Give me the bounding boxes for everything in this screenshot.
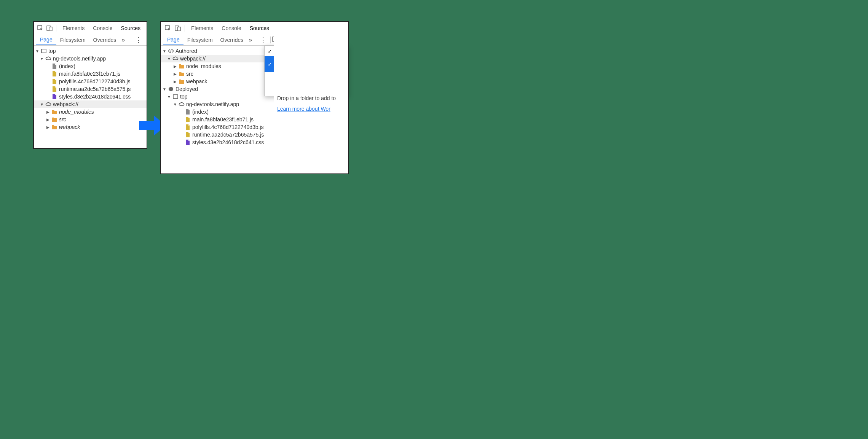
tree-label: webpack:// xyxy=(53,101,78,107)
disclosure-triangle-icon: ▼ xyxy=(167,95,171,99)
cloud-icon xyxy=(45,56,51,62)
file-icon xyxy=(51,63,57,69)
subtab-overrides[interactable]: Overrides xyxy=(89,35,120,45)
tab-elements[interactable]: Elements xyxy=(187,23,217,33)
devtools-panel-before: Elements Console Sources Page Filesystem… xyxy=(33,21,147,149)
folder-icon xyxy=(51,124,57,130)
tree-label: node_modules xyxy=(59,109,94,115)
code-icon xyxy=(168,48,174,54)
tree-node-file[interactable]: (index) xyxy=(34,62,147,70)
inspect-icon[interactable] xyxy=(163,24,172,33)
sources-tree: ▼ top ▼ ng-devtools.netlify.app (index) … xyxy=(34,46,147,148)
disclosure-triangle-icon: ▶ xyxy=(46,110,50,114)
inspect-icon[interactable] xyxy=(36,24,45,33)
svg-rect-3 xyxy=(41,49,46,53)
folder-icon xyxy=(179,63,185,69)
subtab-page[interactable]: Page xyxy=(163,35,183,45)
disclosure-triangle-icon: ▼ xyxy=(167,57,171,61)
chevron-right-icon[interactable]: » xyxy=(247,37,254,43)
file-icon xyxy=(51,78,57,84)
subtab-filesystem[interactable]: Filesystem xyxy=(183,35,217,45)
tree-label: ng-devtools.netlify.app xyxy=(53,56,106,62)
file-icon xyxy=(185,139,191,145)
tree-label: styles.d3e2b24618d2c641.css xyxy=(59,94,131,100)
disclosure-triangle-icon: ▼ xyxy=(40,57,44,61)
device-icon[interactable] xyxy=(173,24,182,33)
disclosure-triangle-icon: ▼ xyxy=(163,87,166,91)
subtab-page[interactable]: Page xyxy=(36,35,56,45)
folder-icon xyxy=(179,78,185,84)
tree-node-file[interactable]: polyfills.4c768d7122740d3b.js xyxy=(34,78,147,85)
disclosure-triangle-icon: ▶ xyxy=(173,80,177,84)
frame-icon xyxy=(172,94,179,100)
tree-label: src xyxy=(59,116,66,122)
disclosure-triangle-icon: ▼ xyxy=(40,102,44,107)
disclosure-triangle-icon: ▶ xyxy=(46,118,50,122)
sources-subtabs: Page Filesystem Overrides » ⋮ xyxy=(34,34,147,46)
tab-sources[interactable]: Sources xyxy=(117,23,144,33)
device-icon[interactable] xyxy=(45,24,54,33)
file-icon xyxy=(185,124,191,130)
tree-node-folder[interactable]: ▶ src xyxy=(34,116,147,123)
chevron-right-icon[interactable]: » xyxy=(120,37,126,43)
subtab-filesystem[interactable]: Filesystem xyxy=(56,35,89,45)
tree-label: (index) xyxy=(192,109,209,115)
tree-label: Authored xyxy=(176,48,197,54)
tree-label: polyfills.4c768d7122740d3b.js xyxy=(59,78,131,84)
tree-label: src xyxy=(186,71,193,77)
disclosure-triangle-icon: ▶ xyxy=(46,125,50,129)
file-icon xyxy=(51,86,57,92)
tree-label: node_modules xyxy=(186,63,221,69)
cloud-icon xyxy=(45,101,51,107)
tree-node-file[interactable]: runtime.aa2dc5a72b65a575.js xyxy=(34,85,147,93)
folder-icon xyxy=(51,116,57,122)
tab-sources[interactable]: Sources xyxy=(246,23,273,33)
tab-elements[interactable]: Elements xyxy=(59,23,88,33)
more-options-icon[interactable]: ⋮ xyxy=(257,36,269,44)
drop-hint-text: Drop in a folder to add to xyxy=(277,95,345,101)
main-tabs-bar: Elements Console Sources xyxy=(34,22,147,34)
disclosure-triangle-icon: ▶ xyxy=(173,64,177,68)
tree-label: webpack xyxy=(59,124,80,130)
file-icon xyxy=(51,71,57,77)
tree-label: webpack xyxy=(186,78,207,84)
disclosure-triangle-icon: ▼ xyxy=(35,49,39,53)
separator xyxy=(270,37,271,43)
learn-more-link[interactable]: Learn more about Wor xyxy=(277,106,330,112)
tab-console[interactable]: Console xyxy=(89,23,116,33)
disclosure-triangle-icon: ▼ xyxy=(173,102,177,107)
tree-label: webpack:// xyxy=(180,56,206,62)
svg-rect-9 xyxy=(173,95,178,99)
svg-rect-6 xyxy=(177,27,180,31)
tree-node-webpack[interactable]: ▼ webpack:// xyxy=(34,100,147,108)
file-icon xyxy=(185,116,191,122)
editor-pane: Drop in a folder to add to Learn more ab… xyxy=(274,21,349,174)
file-icon xyxy=(51,94,57,100)
folder-icon xyxy=(179,71,185,77)
tree-node-folder[interactable]: ▶ webpack xyxy=(34,123,147,131)
subtab-overrides[interactable]: Overrides xyxy=(217,35,247,45)
svg-rect-2 xyxy=(49,27,52,31)
tree-label: ng-devtools.netlify.app xyxy=(186,101,239,107)
tree-node-folder[interactable]: ▶ node_modules xyxy=(34,108,147,116)
tree-label: top xyxy=(48,48,56,54)
more-options-icon[interactable]: ⋮ xyxy=(133,36,144,44)
separator xyxy=(56,25,56,32)
cloud-icon xyxy=(179,101,185,107)
tree-label: main.fa8bfa0e23f1eb71.js xyxy=(192,116,254,122)
disclosure-triangle-icon: ▼ xyxy=(163,49,166,53)
tree-node-domain[interactable]: ▼ ng-devtools.netlify.app xyxy=(34,55,147,62)
tab-console[interactable]: Console xyxy=(218,23,245,33)
tree-node-file[interactable]: styles.d3e2b24618d2c641.css xyxy=(34,93,147,100)
separator xyxy=(185,25,185,32)
file-icon xyxy=(185,109,191,115)
frame-icon xyxy=(41,48,47,54)
folder-icon xyxy=(51,109,57,115)
tree-label: (index) xyxy=(59,63,75,69)
cloud-icon xyxy=(172,56,179,62)
tree-node-top[interactable]: ▼ top xyxy=(34,47,147,55)
tree-node-file[interactable]: main.fa8bfa0e23f1eb71.js xyxy=(34,70,147,78)
deployed-icon xyxy=(168,86,174,92)
file-icon xyxy=(185,132,191,138)
tree-label: main.fa8bfa0e23f1eb71.js xyxy=(59,71,120,77)
